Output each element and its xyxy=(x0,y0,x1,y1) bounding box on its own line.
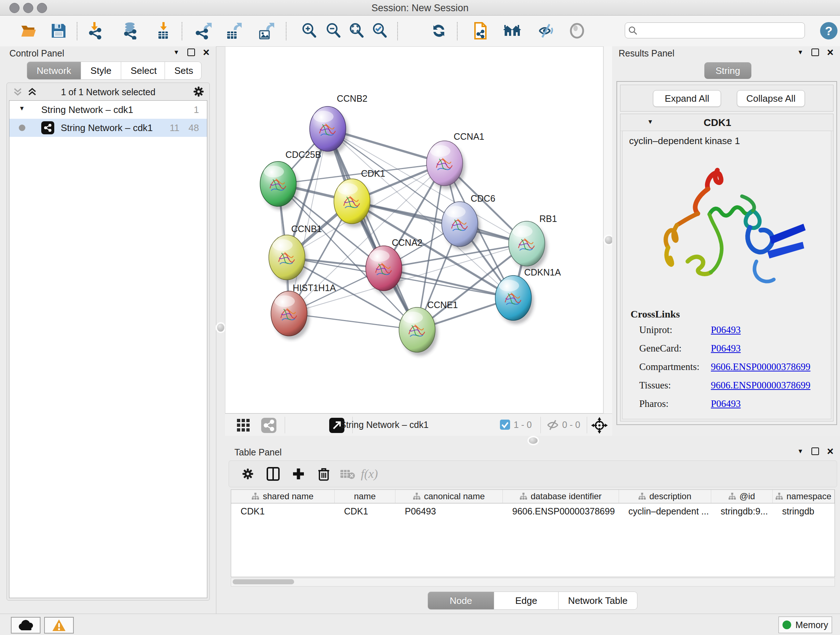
network-row[interactable]: String Network – cdk1 11 48 xyxy=(9,119,207,137)
birdseye-view-button[interactable] xyxy=(233,415,254,436)
export-network-button[interactable] xyxy=(193,20,213,41)
open-session-button[interactable] xyxy=(18,20,39,41)
scrollbar-thumb[interactable] xyxy=(233,579,294,584)
warnings-button[interactable] xyxy=(44,617,74,633)
apply-layout-button[interactable] xyxy=(428,20,449,41)
network-snapshot-button[interactable] xyxy=(470,20,491,41)
crosslink-link[interactable]: P06493 xyxy=(711,398,741,409)
collapse-all-button[interactable]: Collapse All xyxy=(737,90,805,107)
horizontal-splitter-grip[interactable] xyxy=(529,437,538,444)
table-cell[interactable]: P06493 xyxy=(395,504,503,519)
canvas-scrollbar-knob[interactable] xyxy=(605,236,613,244)
panel-menu-icon[interactable]: ▼ xyxy=(173,49,180,56)
network-node-CCNA1[interactable]: CCNA1 xyxy=(426,131,485,189)
save-session-button[interactable] xyxy=(48,20,69,41)
table-horizontal-scrollbar[interactable] xyxy=(231,578,835,586)
column-header-description[interactable]: description xyxy=(619,490,711,503)
delete-column-button[interactable] xyxy=(314,464,334,484)
network-node-CDKN1A[interactable]: CDKN1A xyxy=(495,267,561,324)
import-network-from-database-button[interactable] xyxy=(120,20,141,41)
panel-float-icon[interactable] xyxy=(812,448,819,455)
tab-string[interactable]: String xyxy=(704,62,752,79)
network-canvas[interactable]: CCNB2CCNA1CDC25BCDK1CDC6RB1CCNB1CCNA2CDK… xyxy=(225,46,603,413)
tab-select[interactable]: Select xyxy=(121,62,165,80)
panel-close-icon[interactable]: × xyxy=(827,448,834,455)
table-cell[interactable]: 9606.ENSP00000378699 xyxy=(503,504,619,519)
crosslink-link[interactable]: 9606.ENSP00000378699 xyxy=(711,380,810,391)
export-image-button[interactable] xyxy=(255,20,276,41)
zoom-selected-button[interactable] xyxy=(369,20,390,41)
column-header-shared-name[interactable]: shared name xyxy=(231,490,335,503)
table-cell[interactable]: CDK1 xyxy=(231,504,335,519)
tab-sets[interactable]: Sets xyxy=(165,62,202,80)
crosslink-link[interactable]: P06493 xyxy=(711,343,741,354)
hide-panel-button[interactable] xyxy=(535,20,556,41)
gene-section-header[interactable]: ▼ CDK1 xyxy=(621,114,833,131)
network-node-RB1[interactable]: RB1 xyxy=(508,214,557,270)
table-cell[interactable]: stringdb xyxy=(773,504,835,519)
import-network-button[interactable] xyxy=(85,20,106,41)
import-table-button[interactable] xyxy=(153,20,174,41)
gear-icon[interactable] xyxy=(193,86,204,97)
hierarchy-icon xyxy=(729,493,736,500)
show-panel-button[interactable] xyxy=(567,20,587,41)
help-button[interactable]: ? xyxy=(818,20,839,41)
panel-close-icon[interactable]: × xyxy=(203,49,210,56)
network-edge-cdk1-rb1[interactable] xyxy=(352,201,527,244)
panel-menu-icon[interactable]: ▼ xyxy=(797,49,804,56)
fit-selected-button[interactable] xyxy=(589,415,610,436)
crosslink-link[interactable]: 9606.ENSP00000378699 xyxy=(711,361,810,372)
export-image-icon xyxy=(257,22,274,40)
column-header-name[interactable]: name xyxy=(335,490,395,503)
node-table[interactable]: shared namenamecanonical namedatabase id… xyxy=(231,489,835,577)
selected-checkbox-icon[interactable] xyxy=(500,420,510,430)
collection-expander-icon[interactable]: ▼ xyxy=(19,105,25,112)
show-columns-button[interactable] xyxy=(263,464,283,484)
network-node-CCNB2[interactable]: CCNB2 xyxy=(309,93,368,155)
expand-all-button[interactable]: Expand All xyxy=(653,90,721,107)
search-input[interactable] xyxy=(625,22,805,38)
add-column-button[interactable] xyxy=(288,464,309,484)
network-node-HIST1H1A[interactable]: HIST1H1A xyxy=(271,283,336,340)
zoom-fit-button[interactable] xyxy=(346,20,367,41)
network-collection-row[interactable]: ▼ String Network – cdk1 1 xyxy=(9,101,207,119)
grid-icon xyxy=(237,419,250,432)
zoom-out-button[interactable] xyxy=(323,20,344,41)
tab-edge-table[interactable]: Edge Table xyxy=(494,592,559,610)
network-node-CDC6[interactable]: CDC6 xyxy=(442,193,495,250)
zoom-in-button[interactable] xyxy=(299,20,320,41)
crosslink-link[interactable]: P06493 xyxy=(711,325,741,336)
delete-table-button[interactable] xyxy=(338,464,358,484)
export-table-button[interactable] xyxy=(223,20,243,41)
cloud-status-button[interactable] xyxy=(11,617,41,633)
function-builder-button[interactable]: f(x) xyxy=(359,464,379,484)
column-header-namespace[interactable]: namespace xyxy=(773,490,835,503)
tab-node-table[interactable]: Node Table xyxy=(428,592,494,610)
home-view-button[interactable] xyxy=(501,20,523,41)
string-style-button[interactable] xyxy=(258,415,279,436)
column-header-canonical-name[interactable]: canonical name xyxy=(395,490,503,503)
gene-expander-icon[interactable]: ▼ xyxy=(647,119,653,126)
column-header-database-identifier[interactable]: database identifier xyxy=(503,490,619,503)
panel-float-icon[interactable] xyxy=(187,49,195,56)
left-splitter-grip[interactable] xyxy=(217,324,224,332)
tab-network-table[interactable]: Network Table xyxy=(559,592,638,610)
network-node-CCNB1[interactable]: CCNB1 xyxy=(269,224,322,283)
table-data-row[interactable]: CDK1CDK1P064939606.ENSP00000378699cyclin… xyxy=(231,504,835,519)
panel-float-icon[interactable] xyxy=(812,49,819,56)
network-node-CDK1[interactable]: CDK1 xyxy=(334,168,385,227)
table-cell[interactable]: stringdb:9... xyxy=(711,504,773,519)
table-cell[interactable]: CDK1 xyxy=(335,504,395,519)
tab-style[interactable]: Style xyxy=(81,62,121,80)
column-header--id[interactable]: @id xyxy=(711,490,773,503)
panel-menu-icon[interactable]: ▼ xyxy=(797,448,804,455)
table-settings-button[interactable] xyxy=(238,464,258,484)
toolbar-separator xyxy=(182,22,182,40)
network-view-title: String Network – cdk1 xyxy=(340,420,429,430)
network-view-toolbar: String Network – cdk1 1 - 0 0 - 0 xyxy=(225,413,612,436)
network-edge-ccnb2-ccne1[interactable] xyxy=(328,129,417,330)
table-cell[interactable]: cyclin–dependent ... xyxy=(619,504,711,519)
tab-network[interactable]: Network xyxy=(27,62,81,80)
memory-button[interactable]: Memory xyxy=(778,616,832,633)
panel-close-icon[interactable]: × xyxy=(827,49,834,56)
